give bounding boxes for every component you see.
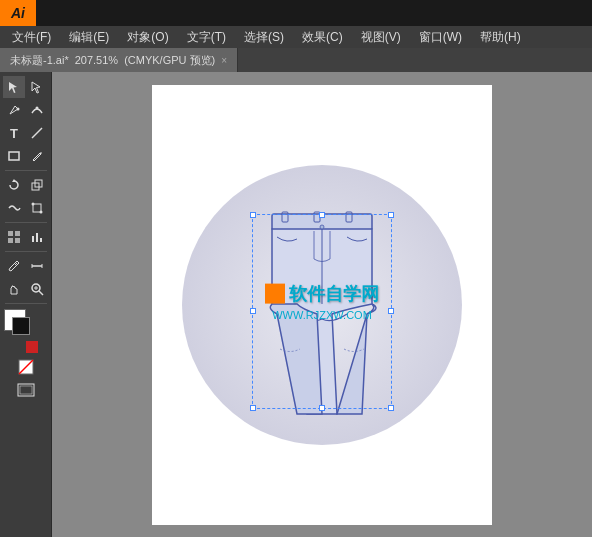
line-tool[interactable] — [26, 122, 48, 144]
svg-rect-5 — [9, 152, 19, 160]
tool-row-9 — [3, 278, 48, 300]
warp-tool[interactable] — [3, 197, 25, 219]
tab-bar: 未标题-1.ai* 207.51% (CMYK/GPU 预览) × — [0, 48, 592, 72]
rotate-tool[interactable] — [3, 174, 25, 196]
tab-zoom: 207.51% — [75, 54, 118, 66]
tool-row-5 — [3, 174, 48, 196]
main-area: T — [0, 72, 592, 537]
tool-row-8 — [3, 255, 48, 277]
free-transform-tool[interactable] — [26, 197, 48, 219]
tool-row-screen-modes — [15, 379, 37, 401]
svg-marker-1 — [32, 82, 40, 93]
tool-row-4 — [3, 145, 48, 167]
type-tool[interactable]: T — [3, 122, 25, 144]
ai-logo: Ai — [0, 0, 36, 26]
pencil-tool[interactable] — [26, 145, 48, 167]
pen-tool[interactable] — [3, 99, 25, 121]
none-fill-button[interactable] — [15, 356, 37, 378]
svg-point-11 — [40, 211, 43, 214]
menu-text[interactable]: 文字(T) — [179, 27, 234, 48]
color-swatch-area — [4, 309, 48, 353]
tab-mode: (CMYK/GPU 预览) — [124, 53, 215, 68]
select-tool[interactable] — [3, 76, 25, 98]
red-swatch — [26, 341, 38, 353]
scale-tool[interactable] — [26, 174, 48, 196]
svg-rect-18 — [40, 238, 42, 242]
menu-object[interactable]: 对象(O) — [119, 27, 176, 48]
menu-bar: 文件(F) 编辑(E) 对象(O) 文字(T) 选择(S) 效果(C) 视图(V… — [0, 26, 592, 48]
svg-rect-13 — [15, 231, 20, 236]
tool-row-6 — [3, 197, 48, 219]
svg-point-2 — [17, 108, 20, 111]
left-toolbar: T — [0, 72, 52, 537]
graph-tool[interactable] — [26, 226, 48, 248]
tool-row-1 — [3, 76, 48, 98]
tool-row-fill-modes — [15, 356, 37, 378]
menu-select[interactable]: 选择(S) — [236, 27, 292, 48]
watermark-url: WWW.RJZXW.COM — [265, 308, 379, 320]
svg-marker-0 — [9, 82, 17, 93]
canvas-area[interactable]: 软件自学网 WWW.RJZXW.COM — [52, 72, 592, 537]
watermark: 软件自学网 WWW.RJZXW.COM — [265, 281, 379, 320]
tool-row-3: T — [3, 122, 48, 144]
watermark-site-name: 软件自学网 — [289, 281, 379, 305]
menu-effect[interactable]: 效果(C) — [294, 27, 351, 48]
rect-tool[interactable] — [3, 145, 25, 167]
tool-separator-2 — [5, 222, 47, 223]
menu-edit[interactable]: 编辑(E) — [61, 27, 117, 48]
watermark-orange-square — [265, 283, 285, 303]
svg-point-3 — [36, 107, 39, 110]
tool-row-2 — [3, 99, 48, 121]
menu-file[interactable]: 文件(F) — [4, 27, 59, 48]
document-tab[interactable]: 未标题-1.ai* 207.51% (CMYK/GPU 预览) × — [0, 48, 238, 72]
menu-view[interactable]: 视图(V) — [353, 27, 409, 48]
tool-separator-3 — [5, 251, 47, 252]
svg-line-4 — [32, 128, 42, 138]
svg-rect-30 — [20, 386, 32, 394]
tool-row-7 — [3, 226, 48, 248]
tab-label: 未标题-1.ai* — [10, 53, 69, 68]
svg-line-24 — [39, 291, 43, 295]
eyedropper-tool[interactable] — [3, 255, 25, 277]
svg-rect-16 — [32, 236, 34, 242]
tool-separator-4 — [5, 303, 47, 304]
symbol-tool[interactable] — [3, 226, 25, 248]
svg-point-10 — [32, 203, 35, 206]
screen-mode-button[interactable] — [15, 379, 37, 401]
direct-select-tool[interactable] — [26, 76, 48, 98]
svg-rect-17 — [36, 233, 38, 242]
svg-rect-12 — [8, 231, 13, 236]
artboard-page: 软件自学网 WWW.RJZXW.COM — [152, 85, 492, 525]
svg-rect-9 — [33, 204, 41, 212]
stroke-swatch[interactable] — [12, 317, 30, 335]
svg-rect-14 — [8, 238, 13, 243]
hand-tool[interactable] — [3, 278, 25, 300]
tool-separator-1 — [5, 170, 47, 171]
measure-tool[interactable] — [26, 255, 48, 277]
zoom-tool[interactable] — [26, 278, 48, 300]
menu-window[interactable]: 窗口(W) — [411, 27, 470, 48]
curvature-tool[interactable] — [26, 99, 48, 121]
menu-help[interactable]: 帮助(H) — [472, 27, 529, 48]
svg-point-35 — [320, 225, 324, 229]
svg-rect-15 — [15, 238, 20, 243]
tab-close-button[interactable]: × — [221, 55, 227, 66]
title-bar: Ai — [0, 0, 592, 26]
